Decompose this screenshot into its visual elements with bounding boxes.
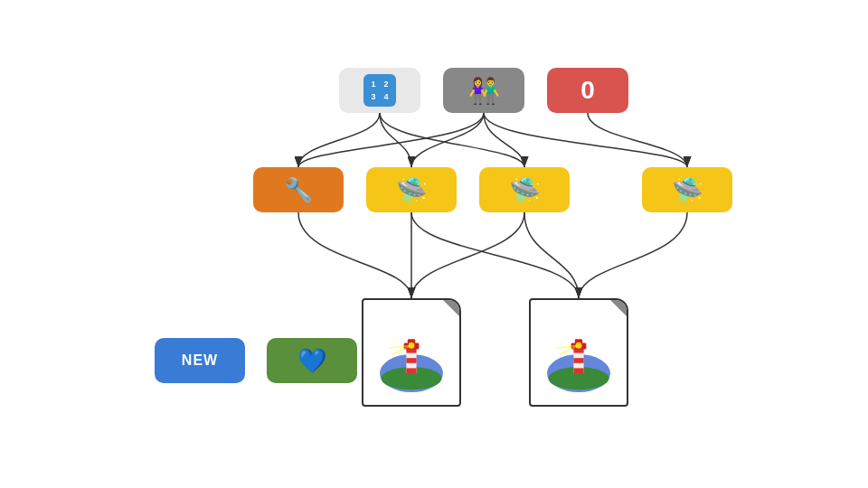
- zero-node[interactable]: 0: [547, 68, 628, 113]
- new-node[interactable]: NEW: [155, 338, 245, 383]
- yellow-node-1[interactable]: 🛸: [366, 167, 457, 212]
- lighthouse-icon-left: [380, 329, 443, 392]
- ufo-emoji-2: 🛸: [509, 175, 541, 205]
- lighthouse-icon-right: [547, 329, 610, 392]
- orange-node[interactable]: 🔧: [253, 167, 344, 212]
- yellow-node-2[interactable]: 🛸: [479, 167, 570, 212]
- svg-rect-6: [406, 368, 416, 373]
- ufo-emoji-1: 🛸: [396, 175, 428, 205]
- doc-fold-left: [443, 300, 459, 316]
- svg-rect-5: [406, 358, 416, 363]
- numbers-node[interactable]: 12 34: [339, 68, 420, 113]
- new-label: NEW: [182, 352, 218, 369]
- ufo-emoji-3: 🛸: [672, 175, 703, 205]
- svg-rect-17: [573, 368, 583, 373]
- document-node-left[interactable]: [362, 298, 461, 407]
- people-emoji: 👫: [468, 76, 500, 106]
- svg-rect-16: [573, 358, 583, 363]
- tool-emoji: 🔧: [284, 176, 313, 204]
- green-node[interactable]: 💙: [267, 338, 357, 383]
- document-node-right[interactable]: [529, 298, 628, 407]
- yellow-node-3[interactable]: 🛸: [642, 167, 732, 212]
- zero-label: 0: [580, 76, 595, 105]
- arrows-diagram: [0, 0, 868, 488]
- numbers-icon: 12 34: [363, 74, 396, 107]
- doc-fold-right: [610, 300, 627, 316]
- people-node[interactable]: 👫: [443, 68, 524, 113]
- head-emoji: 💙: [297, 347, 326, 375]
